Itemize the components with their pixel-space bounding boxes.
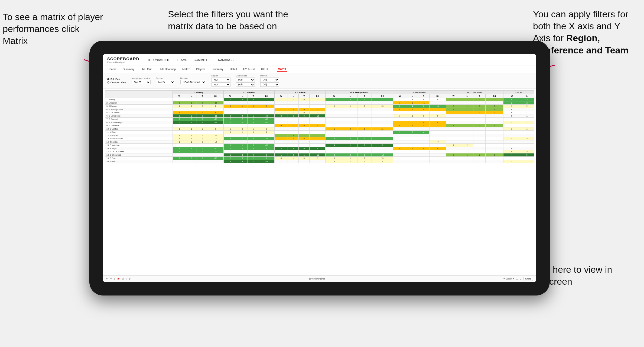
nav-rankings[interactable]: RANKINGS (218, 58, 233, 62)
matrix-cell (461, 150, 473, 153)
matrix-cell (486, 134, 503, 137)
matrix-cell (299, 101, 310, 105)
matrix-cell: 1 (461, 108, 473, 111)
max-players-label: Max players in view (132, 77, 151, 79)
conference-select2[interactable]: (All) (236, 82, 255, 87)
matrix-cell (186, 131, 197, 134)
matrix-cell: 0 (503, 111, 520, 114)
matrix-cell: 2 (503, 101, 520, 105)
matrix-cell: 0 (418, 108, 430, 111)
matrix-cell-empty (486, 144, 503, 147)
matrix-cell: 0 (248, 147, 259, 150)
matrix-cell: 0 (237, 157, 248, 160)
matrix-cell: -7 (372, 144, 393, 147)
nav-teams[interactable]: TEAMS (177, 58, 187, 62)
matrix-cell: 2 (224, 147, 237, 150)
matrix-cell (259, 124, 275, 127)
matrix-cell: 0 (343, 127, 357, 131)
matrix-cell: 1 (237, 105, 248, 108)
matrix-cell: 0 (197, 140, 208, 144)
sub-nav-h2h-grid2[interactable]: H2H Grid (242, 67, 256, 71)
matrix-cell (461, 134, 473, 137)
matrix-cell (473, 127, 485, 131)
matrix-cell (343, 111, 357, 114)
toolbar-undo[interactable]: ↩ (106, 278, 108, 280)
players-select2[interactable]: (All) (260, 82, 279, 87)
view-compact-label: Compact View (110, 81, 126, 84)
matrix-cell: 0 (299, 147, 310, 150)
th-d1: Dif (208, 94, 224, 98)
matrix-cell: 1 (248, 114, 259, 118)
matrix-cell: 1 (407, 108, 418, 111)
matrix-cell: 1 (288, 124, 299, 127)
player-name-cell: 13. J Skov Olesen (105, 137, 173, 140)
matrix-cell (418, 140, 430, 144)
nav-committee[interactable]: COMMITTEE (194, 58, 212, 62)
toolbar-copy[interactable]: ⊞ (122, 278, 124, 280)
toolbar-settings[interactable]: ⚙ (129, 278, 131, 280)
toolbar-redo[interactable]: ↪ (110, 278, 112, 280)
matrix-cell: 0 (197, 114, 208, 118)
sub-nav-summary2[interactable]: Summary (211, 67, 225, 71)
sub-nav-h2h-h[interactable]: H2H H... (260, 67, 272, 71)
matrix-cell: 0 (393, 105, 407, 108)
player-name-cell: 4. M Thorbjornsen (105, 108, 173, 111)
share-icon[interactable]: ⤴ (520, 278, 521, 280)
sub-nav-teams[interactable]: Teams (107, 67, 117, 71)
toolbar-pin[interactable]: 📌 (117, 278, 120, 280)
matrix-cell: 0 (197, 134, 208, 137)
sub-nav-detail[interactable]: Detail (229, 67, 238, 71)
player-name-cell: 5. M La Sasso (105, 111, 173, 114)
sub-nav-h2h-heatmap[interactable]: H2H Heatmap (158, 67, 177, 71)
matrix-cell (310, 101, 326, 105)
view-full-label: Full View (110, 78, 120, 81)
matrix-cell: -19 (259, 137, 275, 140)
players-select[interactable]: (All) (260, 78, 279, 82)
player-name-cell: 15. P Maichon (105, 144, 173, 147)
th-w5: W (393, 94, 407, 98)
matrix-cell: 1 (520, 114, 534, 118)
matrix-cell: 0 (259, 157, 275, 160)
sub-nav-matrix-active[interactable]: Matrix (277, 67, 287, 72)
th-l6: L (461, 94, 473, 98)
player-name-cell: 3. J Koivun (105, 105, 173, 108)
gender-select[interactable]: Men's (156, 80, 175, 84)
matrix-cell (407, 144, 418, 147)
matrix-cell: 3 (275, 114, 288, 118)
division-select[interactable]: NCAA Division I (180, 80, 206, 84)
max-players-select[interactable]: Top 25 (132, 80, 151, 84)
nav-tournaments[interactable]: TOURNAMENTS (147, 58, 170, 62)
matrix-cell: -11 (208, 114, 224, 118)
table-row: 6. C Lamprecht300-1124124300-15110601 (105, 114, 534, 118)
matrix-cell-empty (520, 131, 534, 134)
sub-nav-summary[interactable]: Summary (122, 67, 135, 71)
fullscreen-icon[interactable]: ⛶ (516, 278, 518, 280)
matrix-cell: 2 (173, 101, 186, 105)
sub-nav-matrix[interactable]: Matrix (181, 67, 191, 71)
matrix-cell: 3 (407, 98, 418, 101)
matrix-cell (393, 118, 407, 121)
matrix-cell (357, 134, 372, 137)
matrix-cell (446, 157, 461, 160)
conference-select[interactable]: (All) (236, 78, 255, 82)
matrix-cell: 1 (288, 111, 299, 114)
region-select[interactable]: N/A (212, 78, 230, 82)
view-compact-option[interactable]: Compact View (107, 81, 126, 84)
bottom-toolbar: ↩ ↪ | 📌 ⊞ | ⚙ ◉ View: Original 👁 Watch ▾… (103, 275, 536, 282)
region-select2[interactable]: N/A (212, 82, 230, 87)
share-button[interactable]: Share (523, 277, 533, 281)
sub-nav-h2h-grid[interactable]: H2H Grid (140, 67, 153, 71)
view-full-option[interactable]: Full View (107, 78, 126, 81)
matrix-cell (503, 131, 520, 134)
matrix-cell (275, 118, 288, 121)
sub-nav-players[interactable]: Players (195, 67, 206, 71)
matrix-cell: 1 (173, 105, 186, 108)
matrix-cell (343, 124, 357, 127)
matrix-cell: 0 (430, 98, 446, 101)
matrix-cell (288, 101, 299, 105)
matrix-cell: -10 (372, 153, 393, 157)
player-name-cell: 2. L Clanton (105, 101, 173, 105)
matrix-cell: 0 (407, 131, 418, 134)
matrix-cell (486, 137, 503, 140)
watch-label[interactable]: 👁 Watch ▾ (503, 278, 514, 280)
